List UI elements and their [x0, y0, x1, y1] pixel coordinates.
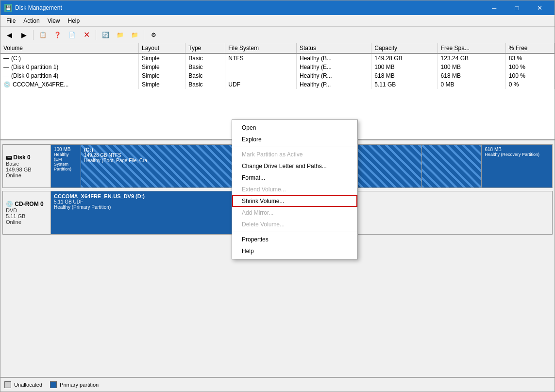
ctx-change-drive[interactable]: Change Drive Letter and Paths...: [232, 160, 357, 172]
ctx-sep-2: [232, 232, 357, 232]
ctx-extend: Extend Volume...: [232, 184, 357, 195]
ctx-help[interactable]: Help: [232, 245, 357, 257]
ctx-explore[interactable]: Explore: [232, 134, 357, 145]
main-window: 💾 Disk Management ─ □ ✕ File Action View…: [0, 0, 555, 392]
ctx-shrink[interactable]: Shrink Volume...: [232, 195, 357, 207]
ctx-add-mirror: Add Mirror...: [232, 207, 357, 219]
context-menu: Open Explore Mark Partition as Active Ch…: [232, 119, 358, 259]
ctx-open[interactable]: Open: [232, 122, 357, 134]
ctx-properties[interactable]: Properties: [232, 234, 357, 245]
ctx-delete: Delete Volume...: [232, 219, 357, 230]
ctx-sep-1: [232, 147, 357, 147]
ctx-format[interactable]: Format...: [232, 172, 357, 184]
main-content: Volume Layout Type File System Status Ca…: [0, 43, 555, 377]
context-menu-overlay: Open Explore Mark Partition as Active Ch…: [0, 43, 555, 377]
ctx-mark-active: Mark Partition as Active: [232, 149, 357, 160]
